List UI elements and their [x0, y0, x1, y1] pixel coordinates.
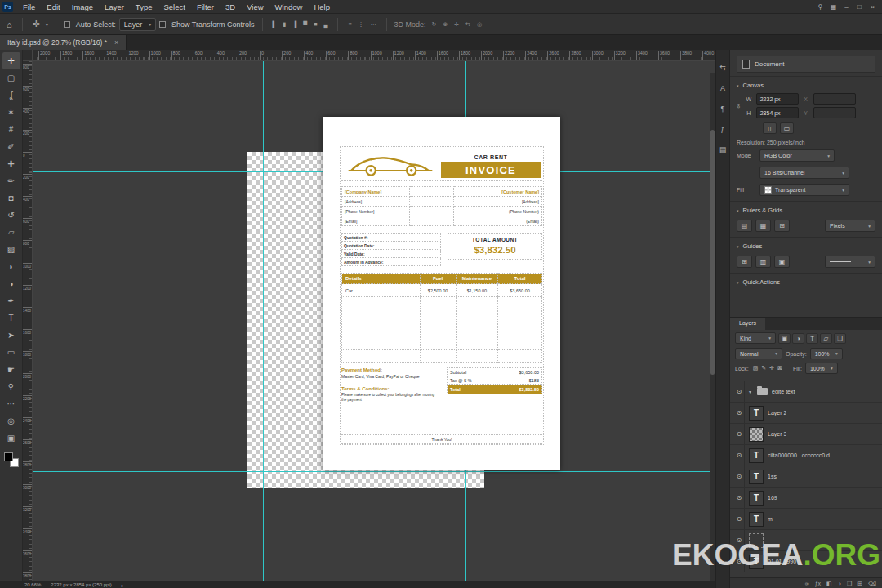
pen-tool[interactable]: ✒	[2, 292, 20, 310]
guide-layout-icon[interactable]: ▥	[755, 256, 771, 268]
layer-row[interactable]: ⊙Tcilta000000...ccccccc0 d	[730, 445, 882, 466]
gradient-tool[interactable]: ▧	[2, 241, 20, 258]
align-right-icon[interactable]: ▐	[290, 21, 299, 27]
close-button[interactable]: ×	[867, 3, 878, 11]
new-layer-icon[interactable]: ⊞	[858, 578, 862, 588]
auto-select-dropdown[interactable]: Layer ▾	[119, 18, 156, 31]
ruler-icon[interactable]: ▤	[737, 220, 752, 232]
workspace-switcher-icon[interactable]: ▦	[828, 3, 839, 11]
expand-caret-icon[interactable]: ▾	[749, 389, 751, 394]
menu-type[interactable]: Type	[130, 0, 158, 14]
eraser-tool[interactable]: ▱	[2, 224, 20, 241]
minimize-button[interactable]: –	[841, 3, 852, 11]
layer-effects-icon[interactable]: ƒx	[815, 578, 821, 588]
history-brush-tool[interactable]: ↺	[2, 207, 20, 224]
visibility-toggle[interactable]: ⊙	[734, 509, 745, 529]
swap-panel-icon[interactable]: ⇆	[719, 64, 726, 72]
3d-rotate-icon[interactable]: ↻	[430, 21, 439, 28]
y-field[interactable]	[813, 107, 856, 118]
rulers-grids-section-header[interactable]: ▾ Rulers & Grids	[730, 201, 882, 217]
lock-all-icon[interactable]: ⊠	[777, 365, 783, 372]
menu-select[interactable]: Select	[158, 0, 190, 14]
3d-roll-icon[interactable]: ⊕	[440, 21, 450, 28]
adjustment-layer-icon[interactable]: ◑	[838, 578, 841, 588]
visibility-toggle[interactable]: ⊙	[734, 381, 745, 402]
color-mode-dropdown[interactable]: RGB Color ▾	[760, 149, 835, 162]
blur-tool[interactable]: ◗	[2, 258, 20, 275]
portrait-orientation-button[interactable]: ▯	[763, 122, 777, 134]
auto-select-checkbox[interactable]	[64, 21, 70, 28]
canvas-section-header[interactable]: ▾ Canvas	[730, 76, 882, 92]
horizontal-ruler[interactable]: 2000180016001400120010008006004002000200…	[33, 50, 715, 61]
healing-brush-tool[interactable]: ✚	[2, 155, 20, 172]
menu-3d[interactable]: 3D	[220, 0, 241, 14]
link-layers-icon[interactable]: ∞	[805, 578, 809, 588]
document-tab[interactable]: Italy id.psd @ 20.7% (RGB/16) * ×	[0, 35, 127, 50]
libraries-panel-icon[interactable]: ▤	[719, 145, 727, 154]
quick-actions-section-header[interactable]: ▾ Quick Actions	[730, 273, 882, 289]
3d-scale-icon[interactable]: ◎	[474, 21, 484, 28]
new-group-icon[interactable]: ❐	[847, 578, 852, 588]
guide-vertical[interactable]	[263, 61, 264, 582]
screen-mode-icon[interactable]: ▣	[2, 430, 20, 447]
brush-tool[interactable]: ✏	[2, 172, 20, 189]
x-field[interactable]	[813, 93, 856, 105]
status-popup-icon[interactable]: ▸	[122, 582, 124, 588]
distribute-h-icon[interactable]: ≡	[345, 21, 354, 27]
menu-layer[interactable]: Layer	[99, 0, 130, 14]
layer-row[interactable]: ⊙TLayer 2	[730, 403, 882, 424]
tab-layers[interactable]: Layers	[730, 318, 765, 330]
type-tool[interactable]: T	[2, 310, 20, 327]
crop-tool[interactable]: #	[2, 121, 20, 138]
delete-layer-icon[interactable]: ⌫	[868, 578, 876, 588]
blend-mode-dropdown[interactable]: Normal ▾	[735, 348, 782, 359]
lasso-tool[interactable]: ʆ	[2, 87, 20, 104]
grid-icon[interactable]: ▦	[755, 220, 771, 232]
kind-filter-dropdown[interactable]: Kind ▾	[735, 332, 776, 344]
guide-style-dropdown[interactable]: ▾	[825, 256, 875, 268]
edit-toolbar-icon[interactable]: ⋯	[2, 395, 20, 412]
canvas-fill-dropdown[interactable]: Transparent ▾	[760, 184, 849, 196]
menu-filter[interactable]: Filter	[191, 0, 220, 14]
show-transform-checkbox[interactable]	[159, 21, 166, 28]
paragraph-panel-icon[interactable]: ¶	[721, 105, 725, 113]
landscape-orientation-button[interactable]: ▭	[780, 122, 794, 134]
dodge-tool[interactable]: ◑	[2, 275, 20, 292]
close-tab-icon[interactable]: ×	[114, 38, 118, 47]
marquee-tool[interactable]: ▢	[2, 69, 20, 87]
vertical-ruler[interactable]: 8006004002000200400600800100012001400160…	[23, 61, 33, 582]
opacity-dropdown[interactable]: 100% ▾	[810, 348, 843, 359]
distribute-v-icon[interactable]: ⋮	[356, 21, 367, 28]
eyedropper-tool[interactable]: ✐	[2, 138, 20, 155]
height-field[interactable]: 2854 px	[756, 107, 799, 118]
quick-mask-icon[interactable]: ◎	[2, 412, 20, 430]
visibility-toggle[interactable]: ⊙	[734, 466, 745, 487]
units-dropdown[interactable]: Pixels ▾	[825, 220, 875, 232]
path-select-tool[interactable]: ➤	[2, 327, 20, 344]
layer-row[interactable]: ⊙Tm	[730, 509, 882, 530]
maximize-button[interactable]: □	[854, 3, 865, 11]
lock-transparency-icon[interactable]: ▨	[752, 365, 760, 372]
width-field[interactable]: 2232 px	[756, 93, 799, 105]
layer-row[interactable]: ⊙▾edite text	[730, 381, 882, 403]
lock-pixels-icon[interactable]: ✎	[760, 365, 767, 372]
bit-depth-dropdown[interactable]: 16 Bits/Channel ▾	[760, 167, 849, 179]
adjustment-filter-icon[interactable]: ◑	[792, 333, 804, 344]
shape-tool[interactable]: ▭	[2, 344, 20, 361]
guide-horizontal[interactable]	[33, 471, 715, 472]
layer-mask-icon[interactable]: ◧	[826, 578, 832, 588]
align-middle-icon[interactable]: ■	[311, 21, 319, 27]
smart-object-filter-icon[interactable]: ❐	[834, 333, 846, 344]
glyphs-panel-icon[interactable]: ƒ	[720, 125, 724, 133]
shape-filter-icon[interactable]: ▱	[820, 333, 832, 344]
move-tool-preset-icon[interactable]: ✛	[30, 19, 42, 29]
vertical-scrollbar[interactable]	[710, 73, 715, 582]
align-left-icon[interactable]: ▌	[270, 21, 279, 27]
clear-guides-icon[interactable]: ▣	[774, 256, 790, 268]
move-tool[interactable]: ✛	[2, 52, 20, 69]
menu-edit[interactable]: Edit	[41, 0, 65, 14]
more-options-icon[interactable]: ⋯	[368, 21, 379, 28]
visibility-toggle[interactable]: ⊙	[734, 445, 745, 466]
character-panel-icon[interactable]: A	[720, 84, 725, 92]
magic-wand-tool[interactable]: ✶	[2, 104, 20, 121]
